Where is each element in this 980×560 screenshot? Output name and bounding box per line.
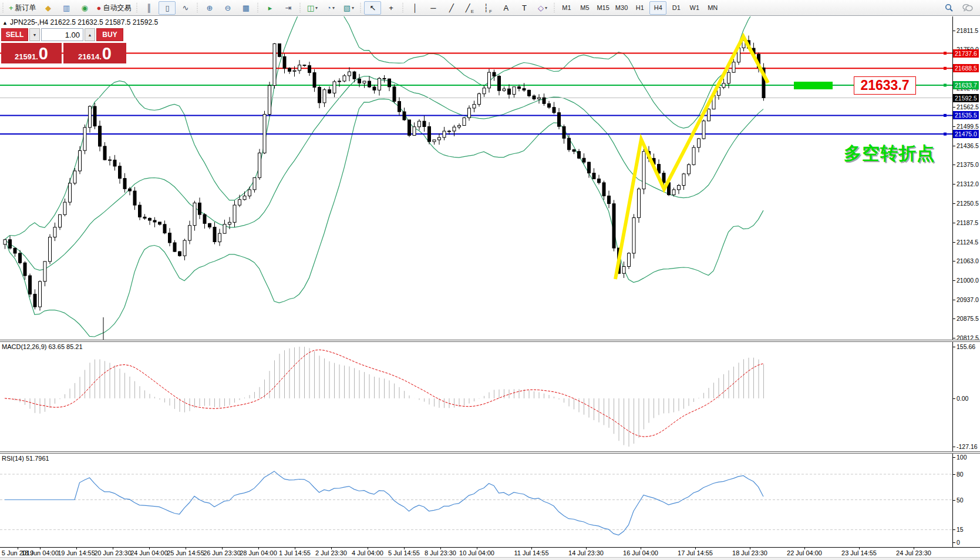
timeframe-h1-button[interactable]: H1 — [631, 1, 648, 15]
toolbar-buttons: +新订单◆▥◉●自动交易║▯∿⊕⊖▦▸⇥◫▾◔▾▧▾↖+│─╱╱E┆FAT◇▾M… — [0, 0, 722, 15]
one-click-trading-panel: SELL ▼ ▲ BUY 21591.0 21614.0 — [1, 28, 128, 63]
line-chart-type-button[interactable]: ∿ — [177, 1, 194, 15]
sell-price: 21591. — [15, 52, 38, 62]
price-callout-label[interactable]: 21633.7 — [854, 76, 916, 95]
sell-button[interactable]: SELL — [1, 28, 28, 41]
auto-trading-button[interactable]: ●自动交易 — [95, 1, 134, 15]
price-axis-tick — [953, 31, 955, 31]
timeframe-d1-button[interactable]: D1 — [668, 1, 685, 15]
periods-dropdown-button[interactable]: ◔▾ — [322, 1, 339, 15]
timeframe-m5-button[interactable]: M5 — [576, 1, 593, 15]
sell-price-button[interactable]: 21591.0 — [1, 43, 62, 63]
text-button[interactable]: A — [497, 1, 514, 15]
crosshair-button[interactable]: + — [382, 1, 399, 15]
rsi-label: RSI(14) 51.7961 — [2, 455, 49, 462]
buy-price-button[interactable]: 21614.0 — [63, 43, 126, 63]
text-label-button[interactable]: T — [516, 1, 533, 15]
candlestick-chart[interactable] — [0, 16, 952, 340]
volume-increase-button[interactable]: ▲ — [85, 28, 95, 41]
rsi-chart[interactable] — [0, 454, 952, 547]
macd-axis-tick — [953, 398, 955, 399]
candles — [4, 36, 765, 311]
timeframe-m1-button[interactable]: M1 — [558, 1, 575, 15]
price-axis-badge: 21535.5 — [953, 111, 979, 119]
rsi-axis-tick — [953, 500, 955, 501]
time-axis-label: 20 Jun 23:30 — [94, 549, 132, 556]
price-axis-badge: 21688.5 — [953, 64, 979, 72]
price-axis-tick — [953, 184, 955, 185]
price-axis-tick — [953, 242, 955, 243]
price-axis-tick-label: 21250.5 — [957, 200, 979, 207]
macd-axis-tick — [953, 447, 955, 447]
price-axis-tick-label: 21187.5 — [957, 219, 978, 226]
time-axis-label: 24 Jun 04:00 — [130, 549, 168, 556]
price-axis-badge: 21475.0 — [953, 130, 979, 138]
panel-splitter-macd[interactable] — [0, 340, 980, 342]
history-center-icon-button[interactable]: ◆ — [40, 1, 57, 15]
price-axis[interactable]: 21811.521750.021688.521624.021562.521499… — [952, 16, 980, 557]
rsi-axis-label: 50 — [957, 497, 964, 504]
main-chart-panel[interactable]: ▲JPN225-,H4 21622.5 21632.5 21587.5 2159… — [0, 16, 952, 340]
macd-histogram — [5, 347, 764, 447]
chat-icon[interactable] — [959, 1, 976, 15]
time-axis-label: 11 Jul 14:55 — [514, 549, 548, 556]
cursor-button[interactable]: ↖ — [364, 1, 381, 15]
arrows-dropdown-button[interactable]: ◇▾ — [534, 1, 551, 15]
timeframe-h4-button[interactable]: H4 — [649, 1, 666, 15]
rsi-indicator-panel[interactable]: RSI(14) 51.7961 — [0, 454, 952, 547]
timeframe-mn-button[interactable]: MN — [704, 1, 721, 15]
macd-axis-label: 0.00 — [957, 395, 968, 402]
templates-dropdown-button[interactable]: ▧▾ — [340, 1, 357, 15]
chinese-annotation-text[interactable]: 多空转折点 — [844, 142, 935, 166]
new-order-button[interactable]: +新订单 — [6, 1, 39, 15]
fibonacci-button[interactable]: ┆F — [479, 1, 496, 15]
price-axis-tick-label: 21499.5 — [957, 123, 979, 130]
time-axis-label: 8 Jul 23:30 — [425, 549, 456, 556]
green-highlight-bar — [794, 82, 833, 89]
price-axis-tick-label: 21124.5 — [957, 239, 978, 246]
market-watch-icon-button[interactable]: ▥ — [58, 1, 75, 15]
horizontal-line-button[interactable]: ─ — [425, 1, 442, 15]
timeframe-m30-button[interactable]: M30 — [613, 1, 630, 15]
vertical-line-button[interactable]: │ — [406, 1, 423, 15]
new-chart-dropdown-button[interactable]: ◫▾ — [304, 1, 321, 15]
trendline-button[interactable]: ╱ — [443, 1, 460, 15]
price-axis-tick — [953, 165, 955, 165]
price-axis-tick-label: 20937.0 — [957, 296, 979, 303]
candlestick-chart-type-button[interactable]: ▯ — [159, 1, 176, 15]
chart-shift-button[interactable]: ⇥ — [279, 1, 297, 15]
timeframe-w1-button[interactable]: W1 — [686, 1, 703, 15]
equidistant-channel-button[interactable]: ╱E — [461, 1, 478, 15]
tile-windows-button[interactable]: ▦ — [237, 1, 254, 15]
time-axis-label: 2 Jul 23:30 — [315, 549, 347, 556]
time-axis-label: 26 Jun 23:30 — [203, 549, 241, 556]
time-axis[interactable]: 5 Jun 201918 Jun 04:0019 Jun 14:5520 Jun… — [0, 547, 980, 557]
price-axis-tick-label: 21811.5 — [957, 27, 978, 34]
time-axis-label: 19 Jun 14:55 — [58, 549, 95, 556]
macd-indicator-panel[interactable]: MACD(12,26,9) 63.65 85.21 — [0, 342, 952, 451]
macd-axis-tick — [953, 347, 955, 347]
buy-button[interactable]: BUY — [96, 28, 123, 41]
price-axis-tick-label: 21063.0 — [957, 257, 979, 264]
search-icon[interactable] — [941, 1, 958, 15]
volume-input[interactable] — [41, 28, 83, 41]
toolbar-group-separator — [359, 2, 362, 14]
toolbar-group-separator — [196, 2, 199, 14]
rsi-axis-tick — [953, 529, 955, 530]
price-axis-tick-label: 21000.0 — [957, 277, 979, 284]
window-icon: ▲ — [2, 20, 8, 26]
rsi-axis-tick — [953, 474, 955, 475]
zoom-out-button[interactable]: ⊖ — [219, 1, 236, 15]
macd-chart[interactable] — [0, 342, 952, 451]
bar-chart-type-button[interactable]: ║ — [140, 1, 157, 15]
time-axis-label: 10 Jul 04:00 — [459, 549, 494, 556]
timeframe-m15-button[interactable]: M15 — [594, 1, 611, 15]
symbol-ohlc-text: JPN225-,H4 21622.5 21632.5 21587.5 21592… — [10, 18, 158, 26]
zoom-in-button[interactable]: ⊕ — [201, 1, 218, 15]
panel-splitter-rsi[interactable] — [0, 451, 980, 454]
price-axis-badge: 21592.5 — [953, 94, 979, 102]
volume-decrease-button[interactable]: ▼ — [29, 28, 40, 41]
toolbar: +新订单◆▥◉●自动交易║▯∿⊕⊖▦▸⇥◫▾◔▾▧▾↖+│─╱╱E┆FAT◇▾M… — [0, 0, 980, 16]
signals-icon-button[interactable]: ◉ — [76, 1, 93, 15]
auto-scroll-button[interactable]: ▸ — [261, 1, 278, 15]
